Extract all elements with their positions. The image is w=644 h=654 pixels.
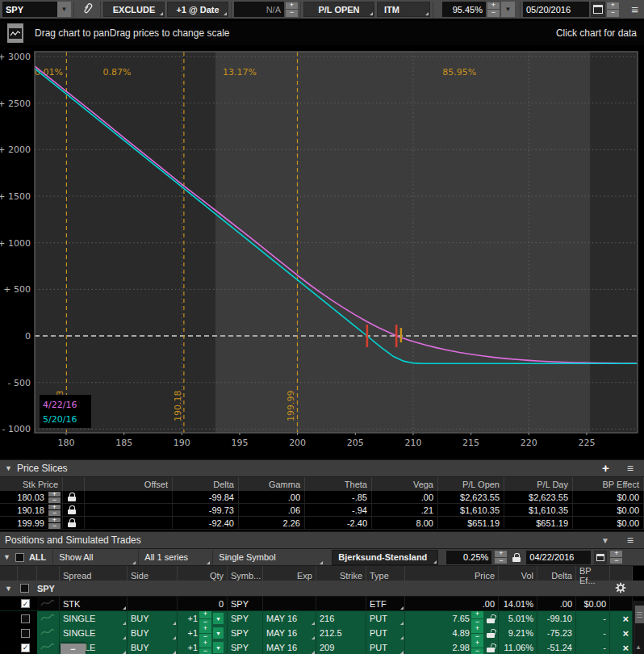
qty-value[interactable]: +1 (187, 614, 198, 623)
expiration-date-field[interactable]: 05/20/2016 (523, 2, 589, 17)
row-collapse-handle[interactable]: − (61, 644, 86, 654)
stk-price-stepper[interactable]: +− (48, 492, 61, 503)
spread-cell[interactable]: STK (60, 597, 128, 610)
positions-scrollbar[interactable]: ▲ (634, 601, 644, 654)
stepper-up-icon[interactable]: + (199, 626, 211, 633)
price-slices-menu-icon[interactable]: ≡ (627, 462, 633, 475)
spread-cell[interactable]: SINGLE (60, 626, 128, 640)
side-cell[interactable]: BUY (128, 611, 178, 626)
row-checkbox[interactable]: ✓ (21, 644, 30, 652)
group-checkbox[interactable] (20, 584, 29, 593)
link-paperclip-icon[interactable] (77, 2, 98, 17)
lock-open-icon[interactable] (487, 644, 495, 652)
chart-settings-icon[interactable] (7, 23, 23, 43)
type-cell[interactable]: PUT (366, 626, 405, 640)
row-checkbox[interactable]: ✓ (21, 599, 30, 608)
positions-menu-icon[interactable]: ≡ (627, 534, 633, 547)
interest-rate-stepper[interactable]: +− (495, 551, 507, 564)
stepper-down-icon[interactable]: − (48, 523, 61, 529)
stepper-down-icon[interactable]: − (199, 648, 211, 654)
stepper-down-icon[interactable]: − (48, 497, 61, 503)
lock-open-icon[interactable] (487, 614, 495, 623)
positions-header[interactable]: Positions and Simulated Trades ▼ ≡ (0, 531, 644, 549)
stk-price-stepper[interactable]: +− (48, 505, 61, 516)
date-stepper[interactable]: +− (607, 2, 619, 17)
stepper-up-icon[interactable]: + (48, 492, 61, 497)
stepper-down-icon[interactable]: − (199, 634, 211, 641)
lock-icon[interactable] (512, 553, 521, 562)
calendar-icon[interactable] (591, 2, 605, 17)
stepper-up-icon[interactable]: + (199, 611, 211, 618)
stk-price-value[interactable]: 199.99 (17, 518, 44, 528)
gear-icon[interactable] (615, 582, 626, 595)
qty-dropdown-button[interactable]: ▼ (213, 613, 224, 624)
price-slices-header[interactable]: ▼ Price Slices + ≡ (0, 459, 644, 477)
qty-value[interactable]: +1 (187, 628, 198, 638)
stepper-up-icon[interactable]: + (471, 611, 483, 618)
stepper-down-icon[interactable]: − (471, 634, 483, 641)
qty-value[interactable]: +1 (187, 643, 198, 652)
type-cell[interactable]: PUT (366, 640, 405, 654)
lock-icon[interactable] (68, 493, 76, 501)
price-stepper[interactable]: +− (471, 611, 483, 626)
strike-cell[interactable] (316, 597, 366, 610)
na-field[interactable]: N/A (234, 2, 284, 17)
risk-profile-chart[interactable]: 180.03190.18199.990.01%0.87%13.17%85.95%… (0, 45, 644, 459)
price-value[interactable]: .00 (483, 599, 495, 609)
probability-stepper[interactable]: +− (487, 2, 500, 17)
interest-rate-field[interactable]: 0.25% (446, 551, 491, 564)
price-stepper[interactable]: +− (471, 640, 483, 654)
price-value[interactable]: 7.65 (453, 614, 470, 623)
menu-icon[interactable]: ≡ (631, 3, 638, 15)
exclude-button[interactable]: EXCLUDE (103, 2, 165, 17)
qty-stepper[interactable]: +− (199, 640, 211, 654)
qty-stepper[interactable]: +− (199, 626, 211, 640)
qty-value[interactable]: 0 (219, 599, 224, 609)
stepper-up-icon[interactable]: + (199, 640, 211, 648)
stepper-up-icon[interactable]: + (48, 518, 61, 523)
na-stepper[interactable]: +− (286, 2, 298, 17)
collapse-chart-icon[interactable]: ▼ (601, 536, 609, 545)
remove-x-icon[interactable]: × (622, 642, 629, 654)
stepper-down-icon[interactable]: − (199, 619, 211, 627)
row-checkbox[interactable] (21, 614, 30, 623)
pricing-model-dropdown[interactable]: Bjerksund-Stensland (332, 550, 438, 565)
remove-x-icon[interactable]: × (622, 627, 629, 639)
calendar-icon[interactable] (594, 551, 607, 564)
series-dropdown[interactable]: All 1 series (138, 550, 211, 565)
analysis-date-stepper[interactable]: +− (610, 551, 622, 564)
pl-curve-icon[interactable] (40, 598, 55, 610)
qty-stepper[interactable]: +− (199, 611, 211, 626)
exp-cell[interactable] (263, 597, 316, 610)
spread-cell[interactable]: SINGLE (60, 611, 128, 626)
stk-price-value[interactable]: 190.18 (17, 505, 44, 515)
show-all-dropdown[interactable]: Show All (52, 550, 136, 565)
chevron-down-icon[interactable]: ▼ (5, 585, 12, 593)
stepper-up-icon[interactable]: + (48, 505, 61, 510)
remove-x-icon[interactable]: × (622, 613, 629, 625)
pl-open-button[interactable]: P/L OPEN (303, 2, 374, 17)
symbol-input[interactable]: SPY (2, 2, 57, 17)
qty-dropdown-button[interactable]: ▼ (213, 642, 224, 653)
pl-curve-icon[interactable] (40, 627, 55, 639)
side-cell[interactable]: BUY (128, 626, 178, 640)
chevron-down-icon[interactable]: ▼ (5, 464, 12, 472)
probability-field[interactable]: 95.45% (442, 2, 486, 17)
add-price-slice-icon[interactable]: + (602, 463, 609, 474)
price-value[interactable]: 2.98 (453, 643, 470, 652)
probability-dropdown-button[interactable]: ▼ (501, 2, 515, 17)
symbol-mode-dropdown[interactable]: Single Symbol (212, 550, 324, 565)
exp-cell[interactable]: MAY 16 (263, 640, 316, 654)
stepper-up-icon[interactable]: + (471, 640, 483, 648)
chevron-down-icon[interactable]: ▼ (3, 553, 10, 561)
analysis-date-field[interactable]: 04/22/2016 (526, 551, 591, 564)
side-cell[interactable] (128, 597, 178, 610)
stepper-up-icon[interactable]: + (471, 626, 483, 633)
pl-curve-icon[interactable] (40, 642, 55, 653)
exp-cell[interactable]: MAY 16 (263, 611, 316, 626)
strike-cell[interactable]: 212.5 (316, 626, 366, 640)
symbol-dropdown-button[interactable]: ▼ (57, 2, 71, 17)
itm-button[interactable]: ITM (377, 2, 430, 17)
exp-cell[interactable]: MAY 16 (263, 626, 316, 640)
risk-profile-svg[interactable]: 180.03190.18199.990.01%0.87%13.17%85.95%… (0, 45, 644, 459)
